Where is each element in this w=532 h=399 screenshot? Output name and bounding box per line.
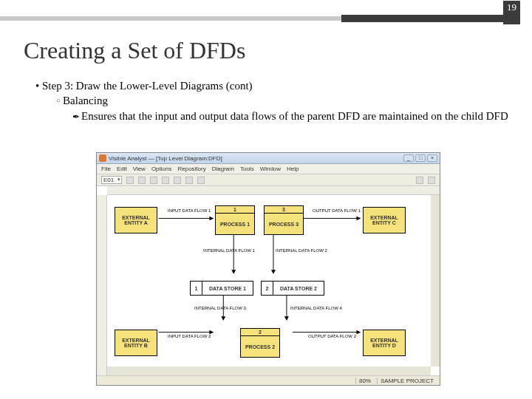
flow-label-internal2: INTERNAL DATA FLOW 2	[276, 248, 327, 253]
flow-label-internal3: INTERNAL DATA FLOW 3	[194, 306, 246, 310]
external-entity-d[interactable]: EXTERNAL ENTITY D	[363, 330, 406, 356]
menu-bar: File Edit View Options Repository Diagra…	[97, 164, 440, 174]
process-3[interactable]: 3 PROCESS 3	[264, 205, 304, 235]
flow-label-input2: INPUT DATA FLOW 2	[168, 334, 211, 338]
status-bar: 80% SAMPLE PROJECT	[97, 375, 440, 385]
toolbar-select[interactable]: E01	[101, 176, 122, 184]
window-title: Visible Analyst — [Top Level Diagram:DFD…	[109, 155, 222, 162]
scrollbar-horizontal[interactable]	[107, 366, 431, 375]
flow-label-internal1: INTERNAL DATA FLOW 1	[203, 248, 255, 253]
data-store-1[interactable]: 1 DATA STORE 1	[190, 281, 253, 296]
data-store-1-label: DATA STORE 1	[202, 286, 253, 291]
flow-label-output1: OUTPUT DATA FLOW 1	[313, 208, 361, 213]
embedded-screenshot: Visible Analyst — [Top Level Diagram:DFD…	[96, 152, 440, 386]
ruler-vertical	[97, 195, 107, 375]
toolbar-icon[interactable]	[138, 177, 146, 184]
toolbar-icon[interactable]	[126, 177, 134, 184]
external-entity-c[interactable]: EXTERNAL ENTITY C	[363, 207, 406, 233]
menu-options[interactable]: Options	[151, 166, 172, 172]
toolbar-icon[interactable]	[428, 177, 435, 184]
app-icon	[99, 154, 106, 162]
maximize-button[interactable]: □	[415, 154, 426, 162]
process-2-number: 2	[241, 329, 279, 336]
status-project: SAMPLE PROJECT	[377, 378, 437, 384]
data-store-2[interactable]: 2 DATA STORE 2	[261, 281, 324, 296]
menu-file[interactable]: File	[101, 166, 111, 172]
process-1-label: PROCESS 1	[220, 214, 250, 234]
external-entity-a[interactable]: EXTERNAL ENTITY A	[115, 207, 157, 233]
menu-diagram[interactable]: Diagram	[212, 166, 234, 172]
window-buttons: _ □ ×	[403, 154, 437, 162]
data-store-1-number: 1	[191, 282, 202, 295]
toolbar: E01	[97, 174, 440, 186]
slide-body: Step 3: Draw the Lower-Level Diagrams (c…	[35, 78, 514, 123]
data-store-2-label: DATA STORE 2	[273, 286, 324, 291]
bullet-step3: Step 3: Draw the Lower-Level Diagrams (c…	[35, 78, 514, 93]
flow-label-output2: OUTPUT DATA FLOW 2	[308, 334, 356, 338]
menu-view[interactable]: View	[133, 166, 146, 172]
toolbar-icon[interactable]	[174, 177, 181, 184]
header-line-dark	[341, 15, 508, 22]
toolbar-icon[interactable]	[185, 177, 193, 184]
toolbar-icon[interactable]	[197, 177, 205, 184]
workspace: EXTERNAL ENTITY A EXTERNAL ENTITY C EXTE…	[97, 186, 440, 375]
toolbar-icon[interactable]	[162, 177, 169, 184]
status-zoom: 80%	[355, 378, 374, 384]
slide-number: 19	[503, 1, 520, 24]
toolbar-icon[interactable]	[150, 177, 157, 184]
process-1-number: 1	[216, 206, 254, 214]
flow-label-internal4: INTERNAL DATA FLOW 4	[290, 306, 342, 310]
bullet-balancing-desc: Ensures that the input and output data f…	[72, 109, 514, 123]
menu-tools[interactable]: Tools	[240, 166, 254, 172]
process-2[interactable]: 2 PROCESS 2	[240, 328, 280, 358]
header-line-grey	[0, 16, 341, 21]
slide-header: 19	[0, 0, 532, 25]
scrollbar-vertical[interactable]	[431, 195, 440, 366]
close-button[interactable]: ×	[427, 154, 437, 162]
process-3-number: 3	[265, 206, 303, 214]
data-store-2-number: 2	[262, 282, 273, 295]
menu-repository[interactable]: Repository	[177, 166, 205, 172]
window-titlebar: Visible Analyst — [Top Level Diagram:DFD…	[97, 153, 440, 164]
external-entity-b[interactable]: EXTERNAL ENTITY B	[115, 330, 157, 356]
slide-title: Creating a Set of DFDs	[24, 37, 245, 64]
toolbar-icon[interactable]	[416, 177, 423, 184]
diagram-canvas[interactable]: EXTERNAL ENTITY A EXTERNAL ENTITY C EXTE…	[107, 195, 431, 366]
menu-edit[interactable]: Edit	[117, 166, 127, 172]
process-2-label: PROCESS 2	[245, 336, 275, 357]
menu-help[interactable]: Help	[287, 166, 299, 172]
ruler-horizontal	[107, 186, 440, 195]
flow-label-input1: INPUT DATA FLOW 1	[168, 208, 211, 213]
menu-window[interactable]: Window	[260, 166, 281, 172]
bullet-balancing: Balancing	[56, 93, 514, 108]
process-1[interactable]: 1 PROCESS 1	[215, 205, 255, 235]
minimize-button[interactable]: _	[403, 154, 414, 162]
process-3-label: PROCESS 3	[269, 214, 299, 234]
